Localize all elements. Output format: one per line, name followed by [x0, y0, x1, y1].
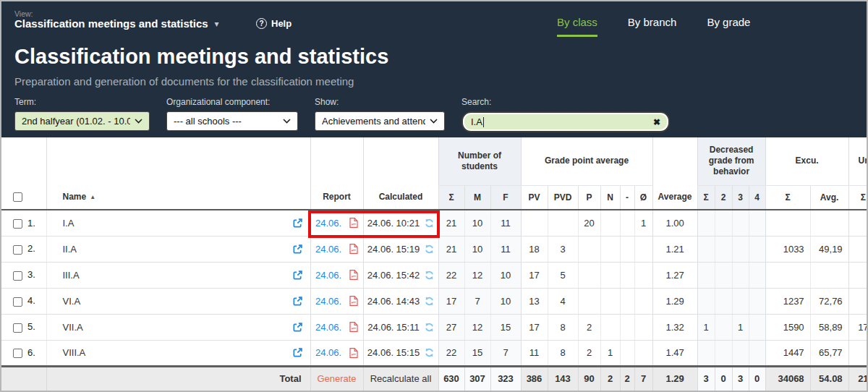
stat-cell: 17 — [521, 314, 548, 340]
average-column-header[interactable]: Average — [652, 137, 697, 210]
generate-button[interactable]: Generate — [310, 366, 363, 391]
row-number: 2. — [27, 243, 35, 254]
col-dash[interactable]: - — [620, 185, 634, 210]
report-date-link[interactable]: 24.06. — [315, 322, 341, 333]
refresh-icon[interactable] — [425, 323, 434, 332]
recalculate-all-button[interactable]: Recalculate all — [363, 366, 438, 391]
stat-cell: 11 — [490, 236, 521, 262]
open-external-icon[interactable] — [292, 218, 303, 229]
calculated-column-header[interactable]: Calculated — [363, 137, 438, 210]
stat-cell — [600, 236, 620, 262]
stat-cell: 1590 — [765, 314, 810, 340]
help-button[interactable]: ? Help — [256, 18, 292, 29]
row-checkbox[interactable] — [13, 349, 22, 358]
stat-cell: 1 — [600, 340, 620, 366]
col-excused-sum[interactable]: Σ — [765, 185, 810, 210]
filter-bar: Term: 2nd halfyear (01.02. - 10.0 Organi… — [14, 97, 670, 132]
pdf-icon[interactable] — [349, 270, 358, 280]
report-date-link[interactable]: 24.06. — [315, 270, 341, 281]
col-behavior-4[interactable]: 4 — [749, 185, 765, 210]
row-checkbox[interactable] — [13, 323, 22, 333]
stat-cell: 3 — [548, 236, 578, 262]
refresh-icon[interactable] — [425, 348, 434, 357]
search-input[interactable]: I.A ✖ — [461, 111, 670, 132]
name-column-header[interactable]: Name▲ — [46, 137, 310, 210]
org-component-select[interactable]: --- all schools --- — [166, 111, 298, 131]
col-pv[interactable]: PV — [521, 185, 548, 210]
pdf-icon[interactable] — [349, 296, 358, 306]
stat-cell — [578, 288, 600, 314]
stat-cell — [765, 262, 810, 288]
view-switcher-dropdown[interactable]: Classification meetings and statistics ▾ — [14, 17, 219, 30]
class-name: VIII.A — [63, 347, 292, 358]
open-external-icon[interactable] — [292, 270, 303, 281]
report-date-link[interactable]: 24.06. — [315, 218, 341, 229]
row-checkbox[interactable] — [13, 245, 22, 255]
col-behavior-sum[interactable]: Σ — [697, 185, 715, 210]
open-external-icon[interactable] — [292, 296, 303, 307]
stat-cell: 1237 — [765, 288, 810, 314]
refresh-icon[interactable] — [425, 218, 434, 228]
stat-cell: 7 — [490, 340, 521, 366]
stat-cell — [749, 236, 765, 262]
row-checkbox[interactable] — [13, 271, 22, 281]
col-n[interactable]: N — [600, 185, 620, 210]
row-select-cell: 5. — [1, 314, 46, 340]
row-checkbox[interactable] — [13, 297, 22, 307]
report-date-link[interactable]: 24.06. — [315, 347, 341, 358]
tab-by-grade[interactable]: By grade — [707, 16, 750, 37]
tab-by-class[interactable]: By class — [557, 16, 597, 37]
col-unexcused-sum[interactable]: Σ — [848, 185, 867, 210]
stat-cell — [749, 210, 765, 236]
col-p[interactable]: P — [578, 185, 600, 210]
col-behavior-3[interactable]: 3 — [732, 185, 749, 210]
stat-cell — [848, 210, 867, 236]
stat-cell — [715, 340, 732, 366]
stat-cell — [749, 262, 765, 288]
stat-cell — [765, 210, 810, 236]
calculated-cell: 24.06. 15:11 — [363, 314, 438, 340]
pdf-icon[interactable] — [349, 218, 358, 228]
tab-by-branch[interactable]: By branch — [628, 16, 677, 37]
select-all-checkbox[interactable] — [13, 192, 22, 202]
report-date-link[interactable]: 24.06. — [315, 244, 341, 255]
stat-cell — [732, 210, 749, 236]
clear-search-icon[interactable]: ✖ — [653, 117, 660, 127]
term-select[interactable]: 2nd halfyear (01.02. - 10.0 — [14, 111, 150, 131]
stat-cell: 10 — [464, 210, 490, 236]
col-students-male[interactable]: M — [464, 185, 490, 210]
show-select[interactable]: Achievements and attend — [315, 111, 445, 131]
open-external-icon[interactable] — [292, 322, 303, 333]
stat-cell — [620, 314, 634, 340]
pdf-icon[interactable] — [349, 244, 358, 254]
class-row: 6.VIII.A24.06.24.06. 15:1522157118211.47… — [1, 340, 867, 366]
row-checkbox[interactable] — [13, 219, 22, 229]
col-pvd[interactable]: PVD — [548, 185, 578, 210]
group-decreased-grade-behavior: Decreased grade from behavior — [697, 137, 765, 185]
row-select-cell: 1. — [1, 210, 46, 236]
col-excused-avg[interactable]: Avg. — [810, 185, 848, 210]
stat-cell — [600, 288, 620, 314]
col-behavior-2[interactable]: 2 — [715, 185, 732, 210]
report-column-header[interactable]: Report — [310, 137, 363, 210]
refresh-icon[interactable] — [425, 270, 434, 280]
stat-cell — [620, 210, 634, 236]
col-students-female[interactable]: F — [490, 185, 521, 210]
refresh-icon[interactable] — [425, 244, 434, 254]
col-students-sum[interactable]: Σ — [438, 185, 464, 210]
open-external-icon[interactable] — [292, 347, 303, 358]
report-date-link[interactable]: 24.06. — [315, 296, 341, 307]
open-external-icon[interactable] — [292, 244, 303, 255]
stat-cell — [578, 262, 600, 288]
refresh-icon[interactable] — [425, 297, 434, 306]
stat-cell: 22 — [438, 340, 464, 366]
pdf-icon[interactable] — [349, 348, 358, 358]
stat-cell — [732, 236, 749, 262]
stat-cell: 8 — [548, 314, 578, 340]
sort-ascending-icon: ▲ — [90, 194, 95, 200]
stat-cell: 1.47 — [652, 340, 697, 366]
pdf-icon[interactable] — [349, 322, 358, 332]
show-select-value: Achievements and attend — [322, 116, 425, 127]
col-avg-symbol[interactable]: Ø — [634, 185, 652, 210]
stat-cell: 1033 — [765, 236, 810, 262]
